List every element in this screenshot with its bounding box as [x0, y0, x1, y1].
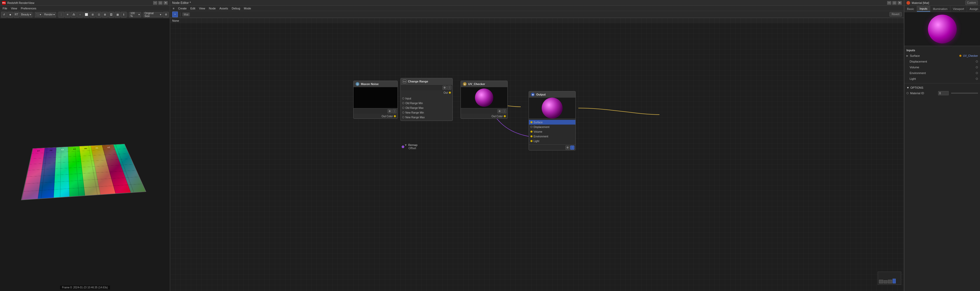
material-title: Material [Mat] [912, 1, 964, 5]
mat-id-slider[interactable] [951, 93, 978, 94]
mat-id-input[interactable] [938, 91, 948, 95]
cr-old-min-port[interactable] [402, 102, 404, 104]
cr-old-max-label: Old Range Max [405, 107, 423, 110]
displacement-dot[interactable] [976, 60, 978, 62]
crop-button[interactable]: ⊞ [90, 12, 95, 17]
cr-settings-btn[interactable]: ⚙ [442, 86, 447, 90]
cr-extra-btn[interactable]: ⋮ [447, 86, 452, 90]
region-button[interactable]: ⊡ [96, 12, 102, 17]
surface-input-row: ▶ Surface UV_Checker [904, 53, 980, 59]
cr-out-port[interactable] [449, 92, 451, 94]
output-light-port[interactable] [530, 140, 533, 142]
output-environment-port[interactable] [530, 135, 533, 137]
output-title: Output [536, 93, 546, 96]
preferences-menu[interactable]: Preferences [19, 6, 38, 11]
node-statusbar: None [170, 18, 904, 23]
asterisk2-button[interactable]: ⁂ [71, 12, 77, 17]
render-image: A1 A2 A3 A4 A5 A6 A7 [22, 107, 148, 207]
mat-id-dot[interactable] [907, 92, 908, 94]
output-surface-port[interactable] [530, 121, 533, 123]
custom-badge: Custom [965, 0, 978, 5]
texture-icon: ◈ [463, 82, 466, 86]
remap-port[interactable] [402, 146, 404, 148]
zoom-fit-button[interactable]: ⊠ [102, 12, 108, 17]
close-button[interactable]: ✕ [164, 1, 168, 5]
ne-separator [180, 12, 180, 16]
tab-assign[interactable]: Assign [967, 6, 980, 12]
refresh-button[interactable]: ↺ [1, 12, 7, 17]
render-dropdown[interactable]: Render ▾ [43, 12, 56, 17]
debug-menu[interactable]: Debug [230, 6, 242, 11]
info-button[interactable]: ℹ [121, 12, 127, 17]
uv-extra-btn[interactable]: ⋮ [502, 109, 506, 113]
environment-input-row: Environment [904, 70, 980, 76]
edit-menu[interactable]: Edit [189, 6, 197, 11]
view-menu[interactable]: View [10, 6, 19, 11]
add-node-button[interactable]: + [172, 11, 178, 17]
uv-settings-btn[interactable]: ⚙ [498, 109, 502, 113]
settings-button[interactable]: ⚙ [163, 12, 169, 17]
file-menu[interactable]: File [1, 6, 9, 11]
output-volume-port[interactable] [530, 130, 533, 133]
cr-new-min-port[interactable] [402, 111, 404, 114]
rt-button[interactable]: RT [14, 12, 19, 17]
connections-svg [170, 18, 904, 291]
surface-dot[interactable] [959, 55, 961, 57]
minimize-button[interactable]: ─ [153, 1, 157, 5]
output-volume-label: Volume [534, 130, 542, 133]
ne-close-button[interactable]: ✕ [897, 1, 902, 5]
layers-button[interactable]: ▦ [115, 12, 120, 17]
node-canvas[interactable]: ◎ Maxon Noise ⚙ ⋮ Out Color f·x Change R… [170, 18, 904, 291]
asterisk-button[interactable]: ✳ [65, 12, 70, 17]
noise-settings-btn[interactable]: ⚙ [388, 109, 392, 113]
ne-minimize-button[interactable]: ─ [887, 1, 891, 5]
cr-new-max-port[interactable] [402, 116, 404, 118]
cr-old-max-row: Old Range Max [401, 105, 452, 110]
output-header: ◉ Output [529, 91, 576, 98]
output-preview [529, 98, 576, 119]
volume-dot[interactable] [976, 66, 978, 68]
create-menu[interactable]: Create [177, 6, 188, 11]
stop-button[interactable]: ■ [7, 12, 13, 17]
select-button[interactable]: ⬜ [83, 12, 89, 17]
tab-inputs[interactable]: Inputs [917, 6, 930, 12]
maximize-button[interactable]: □ [158, 1, 162, 5]
change-range-header: f·x Change Range [401, 78, 452, 84]
mat-tab-label: Mat [182, 13, 190, 16]
circle-button[interactable]: ○ [77, 12, 83, 17]
options-title[interactable]: ▼ OPTIONS [904, 85, 980, 90]
node-menu[interactable]: Node [207, 6, 217, 11]
assets-menu[interactable]: Assets [218, 6, 229, 11]
uv-checker-footer: ⚙ ⋮ [461, 108, 508, 114]
output-settings-btn[interactable]: ⚙ [565, 146, 570, 150]
environment-dot[interactable] [976, 72, 978, 74]
cr-old-max-port[interactable] [402, 107, 404, 109]
tab-basic[interactable]: Basic [904, 6, 917, 12]
tab-viewport[interactable]: Viewport [950, 6, 967, 12]
beauty-dropdown[interactable]: Beauty ▾ [20, 12, 32, 17]
hamburger-menu[interactable]: ≡ [171, 6, 176, 11]
output-displacement-port[interactable] [530, 126, 533, 128]
grid-view-button[interactable]: ⋮ [58, 12, 64, 17]
mode-menu[interactable]: Mode [242, 6, 253, 11]
uv-out-port[interactable] [504, 115, 506, 117]
size-dropdown[interactable]: Original Size ▾ [143, 12, 163, 17]
view-menu-ne[interactable]: View [197, 6, 207, 11]
render-mode-dropdown[interactable]: ⬛ ▾ [35, 12, 42, 17]
surface-arrow: ▶ [907, 54, 908, 57]
ne-maximize-button[interactable]: □ [892, 1, 897, 5]
zoom-dropdown[interactable]: 100 % ▾ [129, 12, 141, 17]
output-extra-btn[interactable]: ⋮ [570, 146, 574, 150]
cr-input-port[interactable] [402, 97, 404, 99]
uv-checker-sphere [475, 89, 493, 107]
mat-id-label: Material ID [910, 92, 937, 95]
light-dot[interactable] [976, 78, 978, 80]
tab-illumination[interactable]: Illumination [930, 6, 950, 12]
revert-button[interactable]: Revert [889, 12, 902, 16]
image-button[interactable]: 🖼 [108, 12, 114, 17]
cr-old-min-label: Old Range Min [405, 102, 423, 105]
noise-out-port[interactable] [394, 115, 396, 117]
displacement-input-row: Displacement [904, 59, 980, 64]
noise-extra-btn[interactable]: ⋮ [392, 109, 396, 113]
separator-2 [57, 12, 57, 17]
